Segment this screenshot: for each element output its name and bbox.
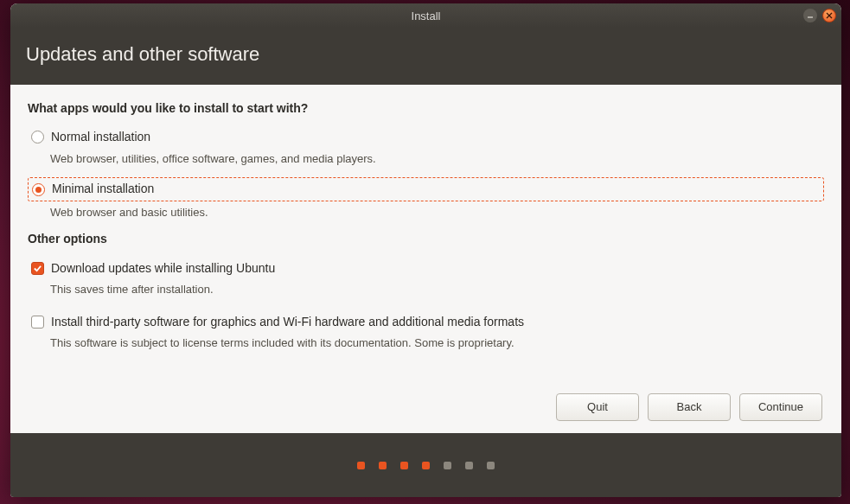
progress-dot — [400, 462, 408, 469]
quit-button[interactable]: Quit — [556, 393, 639, 421]
checkbox-download-updates[interactable]: Download updates while installing Ubuntu — [28, 258, 824, 279]
checkbox-description: This saves time after installation. — [50, 282, 824, 297]
progress-dot — [357, 462, 365, 469]
continue-button[interactable]: Continue — [739, 393, 822, 421]
radio-icon — [31, 131, 44, 144]
checkbox-label: Download updates while installing Ubuntu — [51, 260, 275, 278]
radio-label: Minimal installation — [52, 181, 154, 198]
apps-heading: What apps would you like to install to s… — [28, 100, 824, 118]
content-area: What apps would you like to install to s… — [10, 85, 841, 433]
radio-minimal-installation[interactable]: Minimal installation — [28, 177, 824, 201]
radio-label: Normal installation — [51, 129, 150, 146]
page-header: Updates and other software — [10, 28, 841, 85]
checkbox-icon — [31, 316, 44, 329]
radio-normal-installation[interactable]: Normal installation — [28, 126, 824, 149]
action-buttons: Quit Back Continue — [556, 393, 822, 421]
radio-description: Web browser, utilities, office software,… — [50, 151, 824, 167]
progress-dot — [379, 462, 387, 469]
installer-window: Install Updates and other software What … — [10, 3, 841, 497]
minimize-button[interactable] — [803, 9, 817, 22]
window-controls — [803, 9, 836, 22]
progress-dot — [487, 462, 495, 469]
checkbox-icon — [31, 262, 44, 275]
other-options-heading: Other options — [28, 231, 824, 248]
radio-dot-icon — [35, 187, 42, 193]
checkbox-third-party[interactable]: Install third-party software for graphic… — [28, 312, 824, 333]
checkbox-label: Install third-party software for graphic… — [51, 314, 524, 331]
progress-dot — [422, 462, 430, 469]
check-icon — [33, 264, 42, 273]
progress-dot — [465, 462, 473, 469]
radio-description: Web browser and basic utilities. — [50, 205, 824, 220]
progress-dot — [444, 462, 451, 469]
back-button[interactable]: Back — [648, 393, 731, 421]
checkbox-description: This software is subject to license term… — [50, 335, 824, 351]
page-title: Updates and other software — [26, 43, 259, 65]
titlebar: Install — [10, 3, 841, 28]
window-title: Install — [412, 10, 441, 22]
progress-footer — [10, 433, 841, 497]
close-button[interactable] — [822, 9, 836, 22]
radio-icon — [32, 183, 45, 196]
